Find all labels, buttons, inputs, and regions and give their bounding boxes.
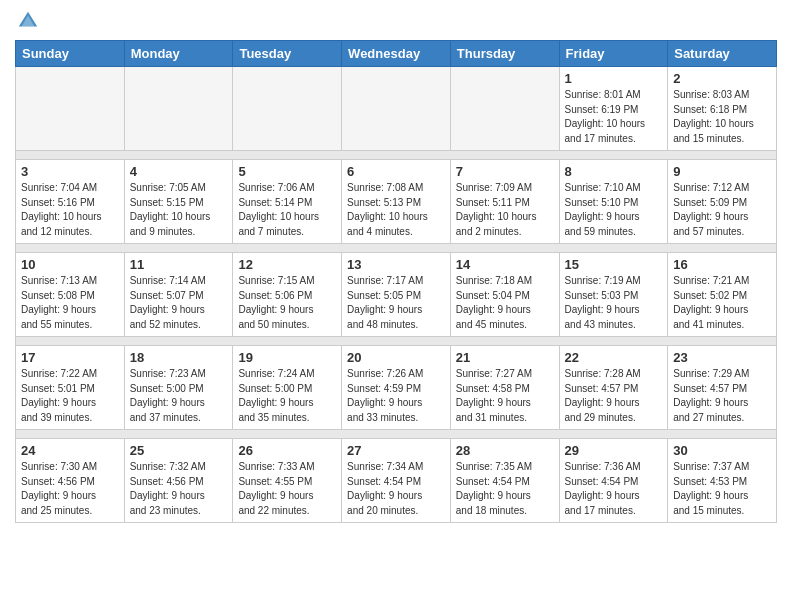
- calendar-header-row: SundayMondayTuesdayWednesdayThursdayFrid…: [16, 41, 777, 67]
- calendar-day-cell: 25Sunrise: 7:32 AM Sunset: 4:56 PM Dayli…: [124, 439, 233, 523]
- day-info: Sunrise: 7:21 AM Sunset: 5:02 PM Dayligh…: [673, 274, 771, 332]
- day-info: Sunrise: 7:27 AM Sunset: 4:58 PM Dayligh…: [456, 367, 554, 425]
- calendar-day-cell: 30Sunrise: 7:37 AM Sunset: 4:53 PM Dayli…: [668, 439, 777, 523]
- day-number: 20: [347, 350, 445, 365]
- day-info: Sunrise: 7:26 AM Sunset: 4:59 PM Dayligh…: [347, 367, 445, 425]
- day-number: 11: [130, 257, 228, 272]
- day-info: Sunrise: 7:32 AM Sunset: 4:56 PM Dayligh…: [130, 460, 228, 518]
- day-info: Sunrise: 7:14 AM Sunset: 5:07 PM Dayligh…: [130, 274, 228, 332]
- day-info: Sunrise: 7:35 AM Sunset: 4:54 PM Dayligh…: [456, 460, 554, 518]
- day-info: Sunrise: 7:09 AM Sunset: 5:11 PM Dayligh…: [456, 181, 554, 239]
- calendar-day-cell: 28Sunrise: 7:35 AM Sunset: 4:54 PM Dayli…: [450, 439, 559, 523]
- calendar-week-row: 17Sunrise: 7:22 AM Sunset: 5:01 PM Dayli…: [16, 346, 777, 430]
- calendar-day-cell: 23Sunrise: 7:29 AM Sunset: 4:57 PM Dayli…: [668, 346, 777, 430]
- calendar-day-cell: 20Sunrise: 7:26 AM Sunset: 4:59 PM Dayli…: [342, 346, 451, 430]
- calendar-day-cell: [16, 67, 125, 151]
- calendar-day-header: Monday: [124, 41, 233, 67]
- calendar-day-cell: 19Sunrise: 7:24 AM Sunset: 5:00 PM Dayli…: [233, 346, 342, 430]
- day-number: 4: [130, 164, 228, 179]
- day-number: 21: [456, 350, 554, 365]
- day-number: 8: [565, 164, 663, 179]
- calendar-day-cell: 4Sunrise: 7:05 AM Sunset: 5:15 PM Daylig…: [124, 160, 233, 244]
- day-number: 16: [673, 257, 771, 272]
- day-info: Sunrise: 7:22 AM Sunset: 5:01 PM Dayligh…: [21, 367, 119, 425]
- day-info: Sunrise: 7:28 AM Sunset: 4:57 PM Dayligh…: [565, 367, 663, 425]
- calendar-day-cell: 2Sunrise: 8:03 AM Sunset: 6:18 PM Daylig…: [668, 67, 777, 151]
- week-spacer: [16, 244, 777, 253]
- calendar-day-cell: 12Sunrise: 7:15 AM Sunset: 5:06 PM Dayli…: [233, 253, 342, 337]
- day-info: Sunrise: 7:13 AM Sunset: 5:08 PM Dayligh…: [21, 274, 119, 332]
- day-info: Sunrise: 7:08 AM Sunset: 5:13 PM Dayligh…: [347, 181, 445, 239]
- day-info: Sunrise: 7:06 AM Sunset: 5:14 PM Dayligh…: [238, 181, 336, 239]
- calendar-day-header: Sunday: [16, 41, 125, 67]
- calendar-day-cell: 16Sunrise: 7:21 AM Sunset: 5:02 PM Dayli…: [668, 253, 777, 337]
- day-number: 27: [347, 443, 445, 458]
- day-number: 6: [347, 164, 445, 179]
- day-info: Sunrise: 7:36 AM Sunset: 4:54 PM Dayligh…: [565, 460, 663, 518]
- calendar-day-cell: 18Sunrise: 7:23 AM Sunset: 5:00 PM Dayli…: [124, 346, 233, 430]
- calendar-table: SundayMondayTuesdayWednesdayThursdayFrid…: [15, 40, 777, 523]
- day-info: Sunrise: 7:17 AM Sunset: 5:05 PM Dayligh…: [347, 274, 445, 332]
- calendar-day-cell: 11Sunrise: 7:14 AM Sunset: 5:07 PM Dayli…: [124, 253, 233, 337]
- day-number: 2: [673, 71, 771, 86]
- day-info: Sunrise: 7:24 AM Sunset: 5:00 PM Dayligh…: [238, 367, 336, 425]
- calendar-day-cell: [233, 67, 342, 151]
- day-number: 1: [565, 71, 663, 86]
- day-number: 12: [238, 257, 336, 272]
- calendar-day-cell: 29Sunrise: 7:36 AM Sunset: 4:54 PM Dayli…: [559, 439, 668, 523]
- day-info: Sunrise: 8:03 AM Sunset: 6:18 PM Dayligh…: [673, 88, 771, 146]
- calendar-day-cell: 27Sunrise: 7:34 AM Sunset: 4:54 PM Dayli…: [342, 439, 451, 523]
- logo-icon: [17, 10, 39, 32]
- calendar-day-cell: 17Sunrise: 7:22 AM Sunset: 5:01 PM Dayli…: [16, 346, 125, 430]
- day-info: Sunrise: 7:18 AM Sunset: 5:04 PM Dayligh…: [456, 274, 554, 332]
- day-number: 14: [456, 257, 554, 272]
- calendar-day-header: Friday: [559, 41, 668, 67]
- day-info: Sunrise: 7:10 AM Sunset: 5:10 PM Dayligh…: [565, 181, 663, 239]
- day-number: 19: [238, 350, 336, 365]
- calendar-day-cell: 14Sunrise: 7:18 AM Sunset: 5:04 PM Dayli…: [450, 253, 559, 337]
- calendar-week-row: 10Sunrise: 7:13 AM Sunset: 5:08 PM Dayli…: [16, 253, 777, 337]
- day-number: 15: [565, 257, 663, 272]
- week-spacer: [16, 337, 777, 346]
- day-number: 18: [130, 350, 228, 365]
- day-number: 28: [456, 443, 554, 458]
- calendar-day-cell: [342, 67, 451, 151]
- calendar-day-cell: 1Sunrise: 8:01 AM Sunset: 6:19 PM Daylig…: [559, 67, 668, 151]
- day-info: Sunrise: 7:05 AM Sunset: 5:15 PM Dayligh…: [130, 181, 228, 239]
- calendar-day-cell: 8Sunrise: 7:10 AM Sunset: 5:10 PM Daylig…: [559, 160, 668, 244]
- calendar-day-cell: 6Sunrise: 7:08 AM Sunset: 5:13 PM Daylig…: [342, 160, 451, 244]
- day-info: Sunrise: 8:01 AM Sunset: 6:19 PM Dayligh…: [565, 88, 663, 146]
- calendar-day-cell: 15Sunrise: 7:19 AM Sunset: 5:03 PM Dayli…: [559, 253, 668, 337]
- calendar-day-cell: 24Sunrise: 7:30 AM Sunset: 4:56 PM Dayli…: [16, 439, 125, 523]
- day-number: 29: [565, 443, 663, 458]
- day-number: 10: [21, 257, 119, 272]
- week-spacer: [16, 151, 777, 160]
- day-info: Sunrise: 7:19 AM Sunset: 5:03 PM Dayligh…: [565, 274, 663, 332]
- calendar-day-cell: 7Sunrise: 7:09 AM Sunset: 5:11 PM Daylig…: [450, 160, 559, 244]
- calendar-day-header: Saturday: [668, 41, 777, 67]
- day-info: Sunrise: 7:34 AM Sunset: 4:54 PM Dayligh…: [347, 460, 445, 518]
- calendar-day-cell: 13Sunrise: 7:17 AM Sunset: 5:05 PM Dayli…: [342, 253, 451, 337]
- day-number: 17: [21, 350, 119, 365]
- day-number: 7: [456, 164, 554, 179]
- calendar-day-header: Wednesday: [342, 41, 451, 67]
- calendar-day-cell: 10Sunrise: 7:13 AM Sunset: 5:08 PM Dayli…: [16, 253, 125, 337]
- day-number: 25: [130, 443, 228, 458]
- week-spacer: [16, 430, 777, 439]
- day-info: Sunrise: 7:23 AM Sunset: 5:00 PM Dayligh…: [130, 367, 228, 425]
- day-info: Sunrise: 7:30 AM Sunset: 4:56 PM Dayligh…: [21, 460, 119, 518]
- calendar-day-cell: 21Sunrise: 7:27 AM Sunset: 4:58 PM Dayli…: [450, 346, 559, 430]
- calendar-day-cell: 9Sunrise: 7:12 AM Sunset: 5:09 PM Daylig…: [668, 160, 777, 244]
- calendar-day-cell: 5Sunrise: 7:06 AM Sunset: 5:14 PM Daylig…: [233, 160, 342, 244]
- calendar-day-cell: 22Sunrise: 7:28 AM Sunset: 4:57 PM Dayli…: [559, 346, 668, 430]
- day-number: 13: [347, 257, 445, 272]
- calendar-week-row: 3Sunrise: 7:04 AM Sunset: 5:16 PM Daylig…: [16, 160, 777, 244]
- calendar-week-row: 1Sunrise: 8:01 AM Sunset: 6:19 PM Daylig…: [16, 67, 777, 151]
- calendar-day-header: Thursday: [450, 41, 559, 67]
- day-number: 5: [238, 164, 336, 179]
- calendar-day-cell: [450, 67, 559, 151]
- day-info: Sunrise: 7:29 AM Sunset: 4:57 PM Dayligh…: [673, 367, 771, 425]
- day-number: 9: [673, 164, 771, 179]
- day-info: Sunrise: 7:12 AM Sunset: 5:09 PM Dayligh…: [673, 181, 771, 239]
- calendar-day-cell: 26Sunrise: 7:33 AM Sunset: 4:55 PM Dayli…: [233, 439, 342, 523]
